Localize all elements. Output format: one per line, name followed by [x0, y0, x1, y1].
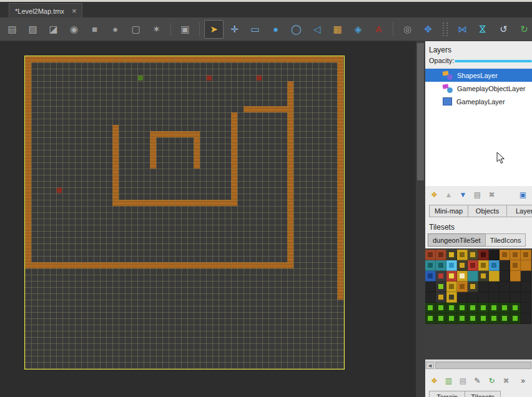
terrain-brush-button[interactable]: ▨ — [23, 20, 42, 39]
tileset-tile[interactable] — [468, 282, 478, 292]
tileset-tile[interactable] — [457, 303, 468, 313]
eraser-button[interactable]: ◪ — [44, 20, 63, 39]
tileset-tile[interactable] — [521, 292, 531, 303]
tileset-tile[interactable] — [510, 292, 521, 303]
highlight-layer-button[interactable]: ▣ — [516, 189, 530, 201]
tileset-tile[interactable] — [468, 271, 478, 282]
tab-terrain[interactable]: Terrain — [429, 391, 465, 397]
shape-fill-rectangle-button[interactable]: ■ — [85, 20, 104, 39]
tileset-tile[interactable] — [436, 282, 446, 292]
tileset-tile[interactable] — [510, 271, 521, 282]
rotate-left-button[interactable]: ↺ — [494, 20, 513, 39]
tileset-tile[interactable] — [478, 292, 489, 303]
tileset-tile[interactable] — [510, 303, 521, 313]
remove-tileset-button[interactable]: ✖ — [500, 375, 513, 387]
layer-item-gameplayobjectlayer[interactable]: GameplayObjectLayer — [425, 82, 532, 95]
rectangular-select-button[interactable]: ▢ — [126, 20, 145, 39]
close-tab-icon[interactable]: × — [72, 7, 77, 15]
tab-mini-map[interactable]: Mini-map — [429, 205, 468, 217]
vertical-scrollbar-thumb[interactable] — [417, 43, 424, 180]
flip-horizontal-button[interactable]: ⋈ — [453, 20, 472, 39]
layer-item-shapeslayer[interactable]: ShapesLayer — [425, 69, 532, 82]
document-tab[interactable]: *Level2Map.tmx × — [9, 3, 82, 18]
tileset-tile[interactable] — [489, 292, 500, 303]
tileset-tile[interactable] — [457, 313, 468, 324]
tileset-view[interactable] — [425, 248, 532, 360]
tileset-tile[interactable] — [489, 271, 500, 282]
tileset-tile[interactable] — [457, 282, 468, 292]
tileset-tile[interactable] — [510, 250, 521, 260]
tileset-tile[interactable] — [436, 250, 446, 260]
tileset-tile[interactable] — [500, 282, 510, 292]
tileset-tile[interactable] — [489, 282, 500, 292]
tileset-tile[interactable] — [436, 260, 446, 271]
tileset-tile[interactable] — [446, 313, 457, 324]
tileset-tile[interactable] — [457, 260, 468, 271]
select-objects-button[interactable]: ➤ — [204, 20, 224, 39]
tileset-tile[interactable] — [446, 271, 457, 282]
replace-tileset-button[interactable]: ↻ — [485, 375, 498, 387]
tileset-tile[interactable] — [521, 303, 531, 313]
new-tileset-button[interactable]: ❖ — [428, 375, 441, 387]
tileset-tile[interactable] — [446, 282, 457, 292]
tileset-tile[interactable] — [468, 313, 478, 324]
tileset-tile[interactable] — [489, 250, 500, 260]
stamp-brush-button[interactable]: ▤ — [2, 20, 22, 39]
tab-objects[interactable]: Objects — [468, 205, 507, 217]
tileset-tile[interactable] — [446, 303, 457, 313]
tileset-tile[interactable] — [510, 313, 521, 324]
tileset-tile[interactable] — [425, 260, 436, 271]
tileset-tile[interactable] — [425, 292, 436, 303]
tab-dungeontileset[interactable]: dungeonTileSet — [428, 233, 486, 247]
tileset-tile[interactable] — [446, 250, 457, 260]
insert-text-button[interactable]: A — [369, 20, 388, 39]
tileset-tile[interactable] — [468, 303, 478, 313]
tileset-tile[interactable] — [521, 271, 531, 282]
tileset-tile[interactable] — [446, 292, 457, 303]
tab-layers[interactable]: Layers — [506, 205, 532, 217]
insert-polygon-button[interactable]: ◁ — [307, 20, 327, 39]
pan-tool-button[interactable]: ✥ — [418, 20, 438, 39]
new-layer-button[interactable]: ❖ — [428, 189, 441, 201]
tileset-tile[interactable] — [521, 313, 531, 324]
shape-fill-ellipse-button[interactable]: ● — [106, 20, 125, 39]
edit-tileset-button[interactable]: ✎ — [471, 375, 484, 387]
insert-template-button[interactable]: ◈ — [348, 20, 368, 39]
tileset-tile[interactable] — [521, 250, 531, 260]
rotate-right-button[interactable]: ↻ — [515, 20, 532, 39]
tileset-tile[interactable] — [446, 260, 457, 271]
tab-tilesets[interactable]: Tilesets — [465, 391, 501, 397]
insert-rectangle-button[interactable]: ▭ — [245, 20, 265, 39]
tileset-tile[interactable] — [457, 292, 468, 303]
tileset-tile[interactable] — [436, 292, 446, 303]
tileset-tile[interactable] — [510, 282, 521, 292]
tileset-tile[interactable] — [478, 282, 489, 292]
tileset-tile[interactable] — [436, 313, 446, 324]
tab-tiledicons[interactable]: TiledIcons — [485, 233, 526, 247]
edit-polygons-button[interactable]: ✛ — [225, 20, 244, 39]
tileset-tile[interactable] — [510, 260, 521, 271]
tileset-tile[interactable] — [478, 313, 489, 324]
tileset-tile[interactable] — [468, 250, 478, 260]
tileset-tile[interactable] — [478, 250, 489, 260]
magic-wand-button[interactable]: ✶ — [147, 20, 166, 39]
map-canvas[interactable] — [0, 41, 416, 397]
rotate-tool-button[interactable]: ◎ — [398, 20, 417, 39]
tileset-tile[interactable] — [468, 260, 478, 271]
export-tileset-button[interactable]: ▤ — [456, 375, 470, 387]
tileset-tile[interactable] — [489, 313, 500, 324]
flip-vertical-button[interactable]: ⋈ — [473, 20, 493, 39]
tileset-tile[interactable] — [489, 303, 500, 313]
duplicate-layer-button[interactable]: ▤ — [471, 189, 484, 201]
tileset-tile[interactable] — [500, 303, 510, 313]
tileset-tile[interactable] — [457, 250, 468, 260]
insert-ellipse-button[interactable]: ◯ — [287, 20, 306, 39]
tileset-tile[interactable] — [500, 260, 510, 271]
lower-layer-button[interactable]: ▼ — [456, 189, 470, 201]
map-view[interactable] — [24, 56, 345, 370]
tileset-tile[interactable] — [521, 282, 531, 292]
tileset-tile[interactable] — [425, 271, 436, 282]
tileset-scrollbar-thumb[interactable] — [435, 362, 531, 369]
layer-item-gameplaylayer[interactable]: GameplayLayer — [425, 95, 532, 108]
scroll-left-icon[interactable]: ◀ — [426, 362, 434, 369]
